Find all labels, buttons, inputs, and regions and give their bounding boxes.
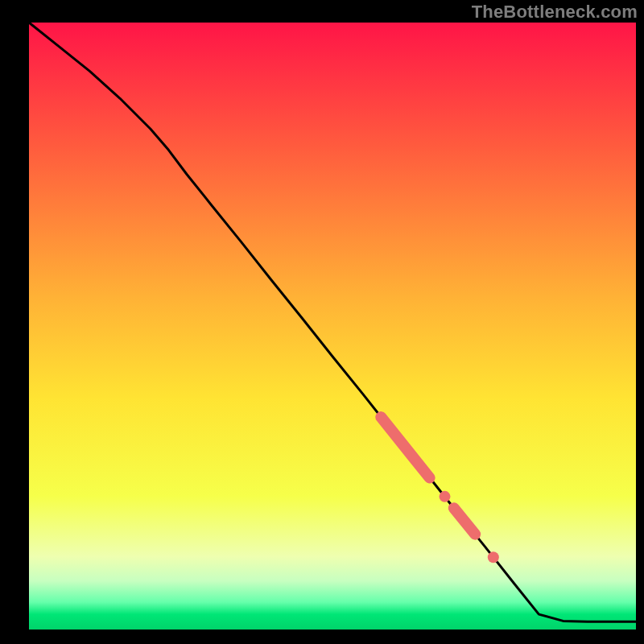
chart-frame: { "watermark": "TheBottleneck.com", "col…	[0, 0, 644, 644]
marker-dot-3	[488, 551, 499, 563]
gradient-chart	[0, 0, 644, 644]
plot-background	[29, 23, 636, 630]
marker-dot-1	[439, 491, 450, 502]
